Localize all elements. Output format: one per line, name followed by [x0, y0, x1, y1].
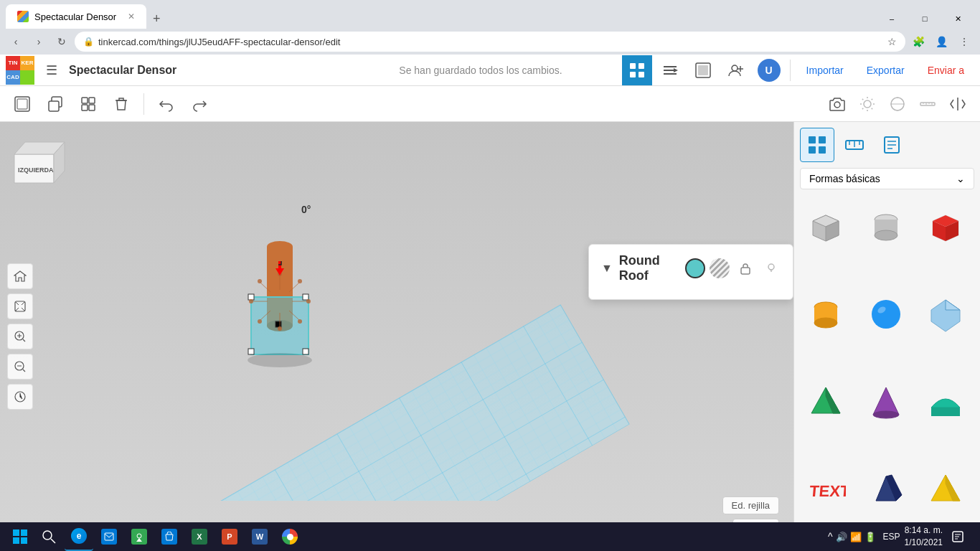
mirror-button[interactable]: [944, 90, 971, 118]
time: 8:14 a. m.: [905, 524, 943, 537]
user-avatar[interactable]: U: [754, 55, 784, 85]
address-bar[interactable]: 🔒 tinkercad.com/things/jlUJ5eudAFF-spect…: [75, 32, 905, 52]
lock-icon[interactable]: [735, 258, 755, 278]
logo-tr: KER: [20, 56, 34, 70]
shape-text-red[interactable]: TEXT: [800, 463, 852, 515]
svg-point-58: [768, 264, 774, 270]
tab-grid-shapes[interactable]: [800, 128, 834, 162]
hamburger-menu[interactable]: ☰: [40, 59, 63, 82]
view-cube[interactable]: IZQUIERDA: [7, 129, 68, 193]
shape-pyramid-green[interactable]: [800, 376, 852, 428]
logo-br: [20, 70, 34, 85]
taskbar-chrome[interactable]: [275, 522, 304, 551]
codeblocks-button[interactable]: [655, 55, 685, 85]
browser-bar: ‹ › ↻ 🔒 tinkercad.com/things/jlUJ5eudAFF…: [0, 29, 980, 55]
shape-box-red[interactable]: [920, 201, 971, 253]
forward-button[interactable]: ›: [29, 32, 49, 52]
tab-ruler[interactable]: [837, 128, 872, 162]
group-button[interactable]: [75, 90, 102, 118]
system-tray-icons: ^ 🔊 📶 🔋: [828, 531, 876, 542]
redo-button[interactable]: [186, 90, 213, 118]
add-user-button[interactable]: [721, 55, 751, 85]
left-panel: [7, 263, 33, 410]
zoom-out-button[interactable]: [7, 354, 33, 380]
active-tab[interactable]: Spectacular Densor ✕: [6, 4, 146, 29]
viewport[interactable]: IZQUIERDA: [0, 122, 793, 551]
svg-point-49: [298, 279, 302, 283]
shape-button[interactable]: [884, 90, 911, 118]
svg-point-102: [43, 531, 52, 540]
camera-button[interactable]: [824, 90, 851, 118]
volume-icon[interactable]: 🔊: [836, 532, 847, 542]
svg-rect-14: [82, 105, 88, 110]
home-view-button[interactable]: [7, 263, 33, 289]
bookmark-icon[interactable]: ☆: [887, 36, 897, 47]
battery-icon[interactable]: 🔋: [864, 532, 876, 542]
taskbar-mail[interactable]: [95, 522, 123, 551]
measure-button[interactable]: [7, 384, 33, 410]
svg-rect-2: [630, 72, 636, 77]
tab-notes[interactable]: [875, 128, 909, 162]
taskbar-store[interactable]: [155, 522, 184, 551]
shape-cylinder-orange[interactable]: [800, 288, 852, 340]
shape-roof-teal[interactable]: [920, 376, 971, 428]
shape-prism-blue[interactable]: [860, 463, 912, 515]
taskbar-word[interactable]: W: [245, 522, 274, 551]
grid-view-button[interactable]: [622, 55, 652, 85]
svg-rect-15: [89, 105, 95, 110]
shapes-dropdown[interactable]: Formas básicas ⌄: [800, 168, 974, 189]
undo-button[interactable]: [153, 90, 180, 118]
hole-color-swatch[interactable]: [710, 258, 730, 278]
shape-popup-chevron[interactable]: ▼: [600, 260, 613, 277]
shape-popup-header: ▼ Round Roof: [600, 253, 781, 283]
new-tab-button[interactable]: +: [146, 9, 166, 29]
zoom-in-button[interactable]: [7, 324, 33, 349]
toolbar: [0, 86, 980, 122]
refresh-button[interactable]: ↻: [52, 32, 72, 52]
svg-point-83: [814, 318, 837, 328]
taskbar-powerpoint[interactable]: P: [215, 522, 244, 551]
close-button[interactable]: ✕: [941, 9, 974, 29]
simulation-button[interactable]: [688, 55, 718, 85]
svg-rect-38: [303, 349, 308, 354]
fit-view-button[interactable]: [7, 293, 33, 319]
delete-button[interactable]: [108, 90, 135, 118]
menu-button[interactable]: ⋮: [954, 32, 974, 52]
minimize-button[interactable]: –: [875, 9, 908, 29]
shape-pyramid-yellow[interactable]: [920, 463, 971, 515]
new-workplane-button[interactable]: [9, 90, 36, 118]
taskbar-app-icons: e X P W: [34, 522, 828, 551]
import-button[interactable]: Importar: [796, 60, 854, 80]
start-button[interactable]: [6, 522, 34, 551]
taskbar-browser[interactable]: e: [65, 522, 93, 551]
shape-popup-colors: [685, 258, 730, 278]
logo-tl: TIN: [6, 56, 20, 70]
extensions-button[interactable]: 🧩: [908, 32, 928, 52]
duplicate-button[interactable]: [42, 90, 69, 118]
shape-cylinder-grey[interactable]: [860, 201, 912, 253]
taskbar-excel[interactable]: X: [185, 522, 214, 551]
back-button[interactable]: ‹: [6, 32, 26, 52]
light-bulb-icon[interactable]: [761, 258, 781, 278]
send-to-button[interactable]: Enviar a: [918, 60, 974, 80]
notifications-panel-button[interactable]: [947, 526, 969, 547]
light-button[interactable]: [854, 90, 881, 118]
network-icon[interactable]: 📶: [850, 532, 862, 542]
solid-color-swatch[interactable]: [685, 258, 705, 278]
shape-cone-purple[interactable]: [860, 376, 912, 428]
taskbar-search[interactable]: [34, 522, 63, 551]
profile-button[interactable]: 👤: [931, 32, 951, 52]
export-button[interactable]: Exportar: [857, 60, 915, 80]
taskbar-maps[interactable]: [125, 522, 154, 551]
notifications-icon[interactable]: ^: [828, 531, 833, 542]
svg-rect-60: [819, 136, 826, 143]
shape-crystal[interactable]: [920, 288, 971, 340]
tab-close[interactable]: ✕: [128, 11, 135, 22]
ruler-tool-button[interactable]: [914, 90, 941, 118]
shape-sphere-blue[interactable]: [860, 288, 912, 340]
maximize-button[interactable]: □: [908, 9, 941, 29]
shapes-grid: TEXT: [794, 195, 980, 551]
shape-box-grey[interactable]: [800, 201, 852, 253]
edit-grid-button[interactable]: Ed. rejilla: [722, 496, 779, 514]
main-area: IZQUIERDA: [0, 122, 980, 551]
